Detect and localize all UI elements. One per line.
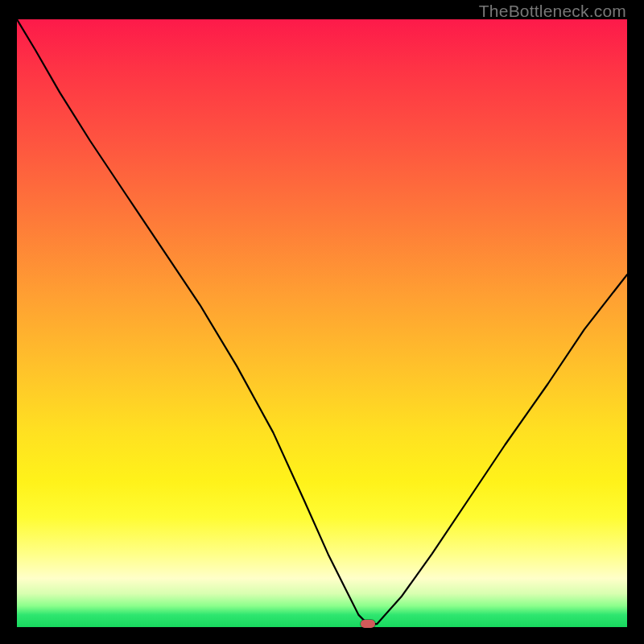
chart-frame: TheBottleneck.com xyxy=(0,0,644,644)
chart-background-gradient xyxy=(17,19,627,627)
watermark-text: TheBottleneck.com xyxy=(479,2,626,21)
optimal-point-marker xyxy=(361,620,375,628)
